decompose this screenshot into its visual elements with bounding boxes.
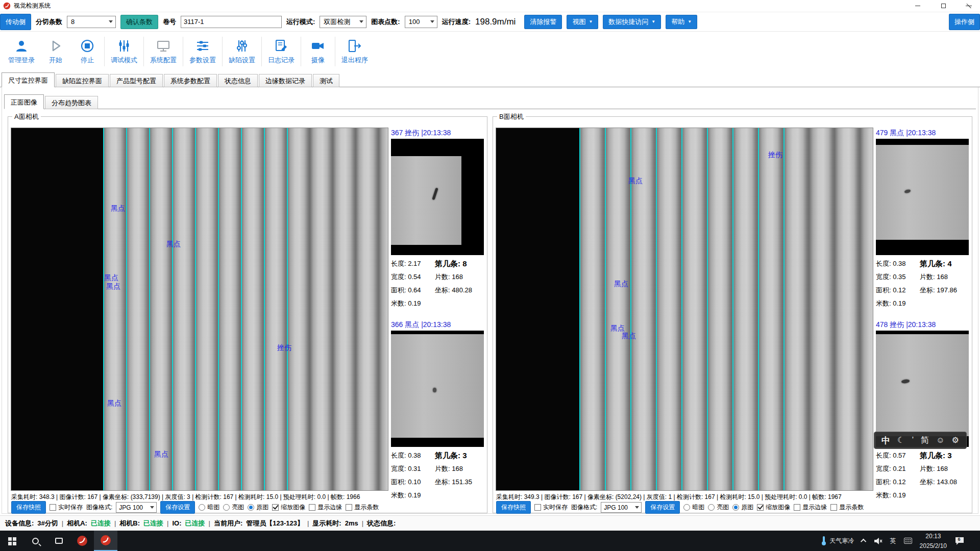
toolbar-divider (222, 37, 223, 66)
stat-length: 长度: 0.38 (876, 257, 920, 270)
camera-b-panel: B面相机 挫伤 黑点 黑点 黑点 黑点 479 黑点 |20:13:38 长度:… (493, 116, 972, 513)
defect-settings-button[interactable]: 缺陷设置 (224, 38, 260, 65)
bright-image-radio[interactable]: 亮图 (223, 503, 244, 512)
log-record-button[interactable]: 日志记录 (263, 38, 300, 65)
save-settings-button[interactable]: 保存设置 (160, 501, 195, 514)
realtime-save-checkbox[interactable]: 实时保存 (534, 503, 568, 512)
checkbox-icon (309, 504, 315, 511)
original-image-radio[interactable]: 原图 (732, 503, 753, 512)
camera-a-status-line: 采集耗时: 348.3 | 图像计数: 167 | 像素坐标: (333,713… (11, 493, 360, 502)
image-format-select[interactable]: JPG 100 (116, 502, 157, 513)
data-quick-access-button[interactable]: 数据快捷访问 ▼ (603, 15, 661, 29)
tab-system-params-config[interactable]: 系统参数配置 (164, 74, 217, 87)
zoom-image-checkbox[interactable]: 缩放图像 (757, 503, 790, 512)
start-button[interactable] (0, 531, 23, 551)
taskbar-search-button[interactable] (23, 531, 47, 551)
tab-edge-data-record[interactable]: 边缘数据记录 (259, 74, 312, 87)
dark-image-label: 暗图 (207, 503, 219, 512)
dropdown-arrow-icon: ▼ (651, 19, 655, 24)
stat-width: 宽度: 0.21 (876, 462, 920, 475)
tab-product-model-config[interactable]: 产品型号配置 (110, 74, 163, 87)
stat-area: 面积: 0.64 (391, 284, 435, 297)
simplified-chinese-toggle[interactable]: 简 (921, 436, 929, 444)
camera-b-title: B面相机 (497, 112, 526, 121)
show-strip-count-checkbox[interactable]: 显示条数 (346, 503, 379, 512)
slit-count-select[interactable]: 8 (67, 16, 116, 28)
chevron-down-icon (109, 20, 113, 23)
realtime-save-checkbox[interactable]: 实时保存 (50, 503, 83, 512)
help-menu-button[interactable]: 帮助 ▼ (666, 15, 697, 29)
weather-widget[interactable]: 天气寒冷 (820, 536, 854, 546)
clear-alarm-button[interactable]: 清除报警 (524, 15, 562, 29)
tray-overflow-chevron[interactable] (862, 539, 866, 543)
tab-test[interactable]: 测试 (313, 74, 339, 87)
roll-number-input[interactable] (181, 16, 282, 28)
admin-login-button[interactable]: 管理登录 (3, 38, 40, 65)
system-config-button[interactable]: 系统配置 (145, 38, 182, 65)
save-snapshot-button[interactable]: 保存快照 (496, 501, 531, 514)
tab-distribution-trend-chart[interactable]: 分布趋势图表 (45, 96, 98, 109)
defect-detail-block: 478 挫伤 |20:13:38 长度: 0.57 宽度: 0.21 面积: 0… (876, 319, 970, 502)
tab-status-info[interactable]: 状态信息 (218, 74, 258, 87)
tab-size-monitor[interactable]: 尺寸监控界面 (2, 72, 55, 87)
exit-program-button[interactable]: 退出程序 (336, 38, 373, 65)
close-button[interactable] (958, 0, 980, 12)
save-snapshot-button[interactable]: 保存快照 (11, 501, 46, 514)
io-status: 已连接 (185, 519, 205, 528)
chart-points-select[interactable]: 100 (405, 16, 437, 28)
taskbar-app-icon[interactable] (70, 531, 94, 551)
notification-center-button[interactable]: 6 (954, 536, 965, 545)
dark-image-radio[interactable]: 暗图 (683, 503, 704, 512)
show-edge-checkbox[interactable]: 显示边缘 (309, 503, 342, 512)
toolbar-divider (261, 37, 262, 66)
emoji-icon[interactable]: ☺ (936, 436, 944, 444)
thermometer-icon (820, 536, 827, 546)
ime-language-toggle[interactable]: 中 (881, 436, 890, 445)
view-menu-button[interactable]: 视图 ▼ (567, 15, 598, 29)
zoom-image-checkbox[interactable]: 缩放图像 (272, 503, 305, 512)
taskbar-clock[interactable]: 20:13 2025/2/10 (920, 533, 947, 549)
drive-side-button[interactable]: 传动侧 (0, 14, 31, 30)
show-strip-count-checkbox[interactable]: 显示条数 (830, 503, 864, 512)
input-language-indicator[interactable]: 英 (890, 537, 896, 545)
show-strip-count-label: 显示条数 (354, 503, 379, 512)
touch-keyboard-button[interactable] (904, 538, 912, 544)
moon-icon[interactable]: ☾ (897, 436, 904, 444)
volume-button[interactable] (874, 537, 883, 545)
defect-label: 挫伤 (768, 151, 782, 160)
taskbar-app-icon-active[interactable] (94, 531, 117, 551)
camera-capture-button[interactable]: 摄像 (302, 38, 334, 65)
save-settings-button[interactable]: 保存设置 (645, 501, 680, 514)
image-format-select[interactable]: JPG 100 (601, 502, 642, 513)
punctuation-mode-icon[interactable]: ’ (912, 436, 914, 444)
bright-image-radio[interactable]: 亮图 (708, 503, 729, 512)
confirm-count-button[interactable]: 确认条数 (120, 15, 158, 29)
tab-defect-monitor[interactable]: 缺陷监控界面 (56, 74, 109, 87)
debug-mode-button[interactable]: 调试模式 (106, 38, 142, 65)
stop-button[interactable]: 停止 (71, 38, 103, 65)
io-label: IO: (172, 519, 181, 527)
operate-side-button[interactable]: 操作侧 (949, 14, 980, 30)
defect-stats: 长度: 0.38 宽度: 0.35 面积: 0.12 米数: 0.19 第几条:… (876, 257, 970, 310)
task-view-button[interactable] (47, 531, 70, 551)
thumbnail-material (876, 334, 969, 436)
tab-front-image[interactable]: 正面图像 (4, 94, 44, 109)
image-format-label: 图像格式: (86, 503, 112, 512)
camera-a-status: 已连接 (91, 519, 111, 528)
stat-strip-number: 第几条: 4 (920, 257, 970, 270)
original-image-radio[interactable]: 原图 (248, 503, 268, 512)
defect-label: 黑点 (614, 280, 628, 289)
minimize-button[interactable] (906, 0, 929, 12)
start-button[interactable]: 开始 (40, 38, 71, 65)
params-settings-button[interactable]: 参数设置 (184, 38, 221, 65)
run-mode-select[interactable]: 双面检测 (320, 16, 366, 28)
defect-thumbnail (391, 331, 484, 447)
stat-coordinate: 坐标: 143.08 (920, 475, 970, 489)
ime-settings-gear-icon[interactable]: ⚙ (952, 436, 959, 444)
dark-image-radio[interactable]: 暗图 (199, 503, 219, 512)
chevron-down-icon (635, 506, 639, 509)
separator: | (62, 519, 63, 527)
maximize-button[interactable] (932, 0, 954, 12)
defect-settings-icon (234, 38, 250, 54)
show-edge-checkbox[interactable]: 显示边缘 (794, 503, 827, 512)
